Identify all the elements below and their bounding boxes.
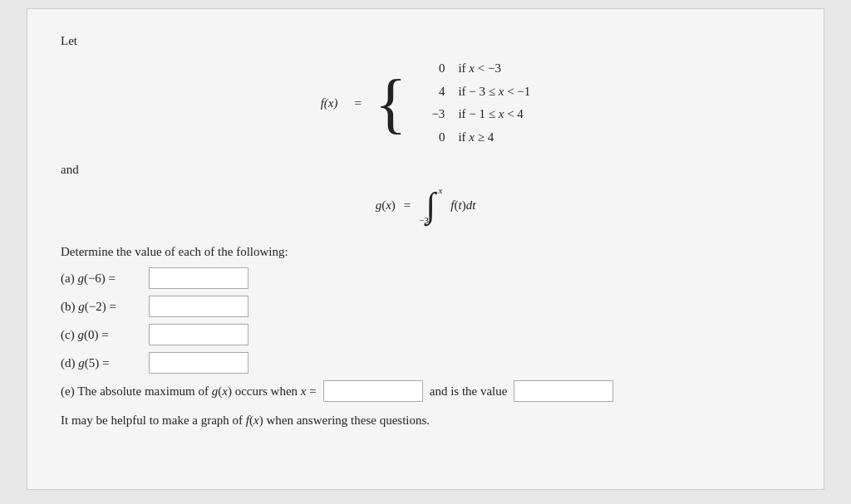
integral-lower: −3 bbox=[419, 215, 429, 225]
answer-row-a: (a) g(−6) = bbox=[61, 267, 790, 289]
case-value-3: −3 bbox=[421, 104, 445, 125]
integral-upper: x bbox=[438, 185, 442, 195]
case-row-2: 4 if − 3 ≤ x < −1 bbox=[421, 81, 530, 103]
answer-row-c: (c) g(0) = bbox=[61, 324, 790, 345]
part-c-input[interactable] bbox=[149, 324, 248, 345]
part-e-value-input[interactable] bbox=[514, 380, 613, 402]
case-value-4: 0 bbox=[421, 127, 445, 149]
helpful-note: It may be helpful to make a graph of f(x… bbox=[61, 413, 790, 428]
case-condition-3: if − 1 ≤ x < 4 bbox=[458, 104, 524, 125]
part-a-input[interactable] bbox=[149, 267, 248, 289]
case-row-1: 0 if x < −3 bbox=[421, 58, 530, 80]
page-container: Let f(x) = { 0 if x < −3 4 if − 3 ≤ x < … bbox=[27, 8, 824, 490]
answer-row-d: (d) g(5) = bbox=[61, 352, 790, 374]
part-e-x-input[interactable] bbox=[323, 380, 423, 402]
equals-sign-piecewise: = bbox=[355, 96, 362, 110]
case-value-2: 4 bbox=[421, 81, 445, 103]
part-b-input[interactable] bbox=[149, 296, 248, 317]
case-row-4: 0 if x ≥ 4 bbox=[421, 127, 530, 149]
let-label: Let bbox=[61, 34, 790, 48]
and-label: and bbox=[61, 163, 790, 177]
part-e-and-is: and is the value bbox=[430, 384, 508, 399]
integral-section: g(x) = x ∫ −3 f(t)dt bbox=[61, 185, 790, 225]
case-condition-1: if x < −3 bbox=[458, 58, 501, 80]
part-d-label: (d) g(5) = bbox=[61, 356, 144, 370]
part-d-input[interactable] bbox=[149, 352, 248, 374]
determine-title: Determine the value of each of the follo… bbox=[61, 245, 790, 259]
case-condition-2: if − 3 ≤ x < −1 bbox=[458, 81, 530, 103]
part-b-label: (b) g(−2) = bbox=[61, 300, 144, 314]
fx-label: f(x) bbox=[321, 96, 338, 110]
piecewise-formula: f(x) = { 0 if x < −3 4 if − 3 ≤ x < −1 −… bbox=[321, 58, 531, 148]
part-a-label: (a) g(−6) = bbox=[61, 272, 144, 286]
integrand: f(t)dt bbox=[450, 198, 475, 213]
brace-symbol: { bbox=[375, 70, 406, 136]
answer-row-b: (b) g(−2) = bbox=[61, 296, 790, 317]
case-condition-4: if x ≥ 4 bbox=[458, 127, 494, 149]
answer-row-e: (e) The absolute maximum of g(x) occurs … bbox=[61, 380, 790, 402]
cases-table: 0 if x < −3 4 if − 3 ≤ x < −1 −3 if − 1 … bbox=[421, 58, 530, 148]
integral-container: x ∫ −3 bbox=[419, 185, 442, 225]
case-value-1: 0 bbox=[421, 58, 445, 80]
integral-formula: g(x) = x ∫ −3 f(t)dt bbox=[376, 185, 476, 225]
piecewise-section: f(x) = { 0 if x < −3 4 if − 3 ≤ x < −1 −… bbox=[61, 58, 790, 148]
part-c-label: (c) g(0) = bbox=[61, 328, 144, 342]
gx-label: g(x) bbox=[376, 198, 396, 213]
part-e-prefix: (e) The absolute maximum of g(x) occurs … bbox=[61, 384, 317, 399]
determine-section: Determine the value of each of the follo… bbox=[61, 245, 790, 428]
case-row-3: −3 if − 1 ≤ x < 4 bbox=[421, 104, 530, 125]
equals-sign-integral: = bbox=[404, 198, 411, 213]
